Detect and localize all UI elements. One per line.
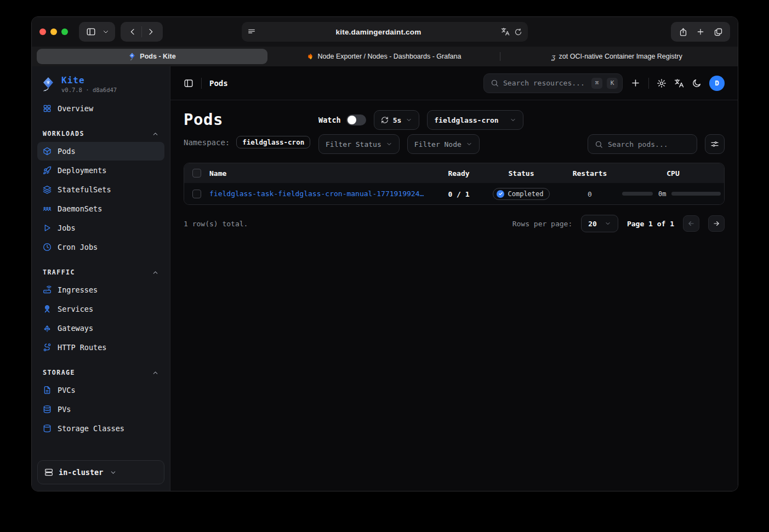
rows-per-page-select[interactable]: 20 [581,215,618,232]
sidebar-item-statefulsets[interactable]: StatefulSets [37,180,164,199]
pods-search-input[interactable]: Search pods... [588,134,697,154]
section-storage[interactable]: STORAGE [37,369,164,376]
theme-toggle-button[interactable] [692,78,702,88]
sidebar-nav: Overview WORKLOADS Pods Deployments Stat… [37,99,164,456]
sidebar-toggle-group [79,22,115,42]
cluster-selector[interactable]: in-cluster [37,460,164,484]
refresh-interval-value: 5s [393,116,402,124]
sidebar-item-label: Ingresses [58,285,98,294]
sidebar-item-pvs[interactable]: PVs [37,400,164,419]
sidebar-item-gateways[interactable]: Gateways [37,319,164,337]
sidebar-chevron-button[interactable] [100,23,112,41]
sidebar-item-daemonsets[interactable]: DaemonSets [37,199,164,218]
share-button[interactable] [674,23,692,41]
chevron-right-icon [146,27,155,36]
chevron-down-icon [110,469,117,476]
table-row[interactable]: fieldglass-task-fieldglass-cron-manual-1… [184,183,724,204]
pod-name-link[interactable]: fieldglass-task-fieldglass-cron-manual-1… [209,190,428,198]
url-bar[interactable]: kite.damingerdaint.com [242,22,528,42]
header-checkbox-cell [184,169,209,178]
filter-status-select[interactable]: Filter Status [318,134,400,154]
previous-page-button[interactable] [683,215,699,232]
language-button[interactable] [674,78,684,88]
close-window-button[interactable] [39,28,46,35]
watch-toggle[interactable] [346,115,366,125]
status-text: Completed [508,190,543,198]
pods-table: Name Ready Status Restarts CPU fieldglas… [184,163,725,205]
sidebar-item-label: DaemonSets [58,204,102,213]
zoom-window-button[interactable] [61,28,68,35]
globe-icon [43,305,52,313]
main-area: Pods Search resources... ⌘ K [170,66,738,491]
zot-icon: ʓ [551,53,555,61]
pod-name-cell: fieldglass-task-fieldglass-cron-manual-1… [209,190,432,198]
translate-icon[interactable] [501,27,510,36]
column-header-restarts[interactable]: Restarts [557,169,622,178]
global-search-input[interactable]: Search resources... ⌘ K [483,73,623,93]
namespace-chip: fieldglass-cron [236,136,310,148]
chevron-left-icon [128,27,137,36]
chevron-down-icon [102,28,109,35]
new-tab-button[interactable] [692,23,709,41]
pagination: Rows per page: 20 Page 1 of 1 [512,215,725,232]
namespace-select[interactable]: fieldglass-cron [427,110,523,130]
reload-icon[interactable] [514,28,522,36]
column-settings-button[interactable] [705,134,725,154]
section-label: STORAGE [43,369,75,376]
sidebar-item-pods[interactable]: Pods [37,142,164,161]
next-page-button[interactable] [708,215,725,232]
check-circle-icon [497,190,504,198]
page-title: Pods [184,110,318,129]
tab-grafana[interactable]: Node Exporter / Nodes - Dashboards - Gra… [267,49,500,64]
section-workloads[interactable]: WORKLOADS [37,130,164,138]
row-checkbox[interactable] [192,190,201,198]
chevron-up-icon [152,130,159,138]
chevron-down-icon [386,141,392,147]
back-button[interactable] [124,23,141,41]
select-all-checkbox[interactable] [192,169,201,178]
ready-value: 0 / 1 [448,190,469,198]
sidebar-item-overview[interactable]: Overview [37,99,164,118]
column-header-cpu[interactable]: CPU [622,169,724,178]
forward-button[interactable] [142,23,160,41]
tab-overview-button[interactable] [709,23,727,41]
reader-icon[interactable] [247,27,256,36]
sidebar-item-storageclasses[interactable]: Storage Classes [37,419,164,438]
refresh-icon [381,116,389,124]
browser-sidebar-button[interactable] [82,23,100,41]
sidebar-item-jobs[interactable]: Jobs [37,219,164,237]
users-icon [43,204,52,213]
column-header-name[interactable]: Name [209,169,432,178]
rows-per-page-label: Rows per page: [512,220,573,228]
refresh-interval-select[interactable]: 5s [374,110,420,130]
sidebar-item-pvcs[interactable]: PVCs [37,381,164,399]
sidebar-item-httproutes[interactable]: HTTP Routes [37,338,164,357]
tab-pods-kite[interactable]: Pods - Kite [37,49,267,64]
search-icon [595,140,603,148]
section-traffic[interactable]: TRAFFIC [37,268,164,276]
server-icon [44,468,53,477]
minimize-window-button[interactable] [50,28,57,35]
sidebar-item-ingresses[interactable]: Ingresses [37,281,164,299]
namespace-select-value: fieldglass-cron [434,116,505,124]
tab-zot[interactable]: ʓ zot OCI-native Container Image Registr… [500,49,733,64]
column-header-ready[interactable]: Ready [432,169,485,178]
sidebar-item-cronjobs[interactable]: Cron Jobs [37,238,164,256]
cpu-value: 0m [658,190,666,198]
user-avatar[interactable]: D [709,76,725,91]
filter-node-select[interactable]: Filter Node [407,134,480,154]
table-footer: 1 row(s) total. Rows per page: 20 Page 1… [184,215,725,232]
url-text[interactable]: kite.damingerdaint.com [256,28,501,36]
sidebar-item-deployments[interactable]: Deployments [37,161,164,180]
sidebar-item-label: Jobs [58,224,76,232]
share-icon [679,27,688,37]
cpu-usage-bar [622,192,653,196]
kbd-k: K [607,78,618,89]
sidebar-item-services[interactable]: Services [37,300,164,318]
panel-toggle-button[interactable] [184,78,193,88]
column-header-status[interactable]: Status [485,169,557,178]
settings-button[interactable] [657,78,667,88]
tab-title: Pods - Kite [140,53,175,60]
chevron-down-icon [510,117,516,123]
create-resource-button[interactable] [630,78,641,88]
